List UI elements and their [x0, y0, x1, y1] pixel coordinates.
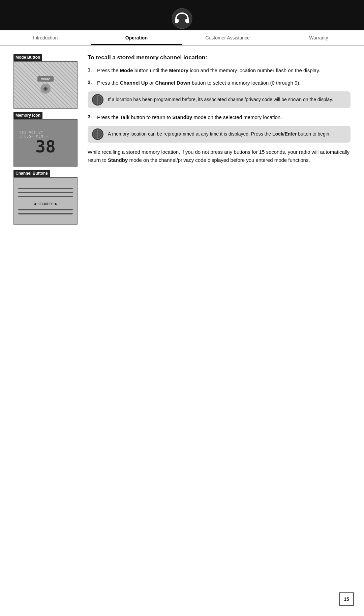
mode-button-block: Mode Button mode [13, 54, 81, 109]
info-icon-2 [92, 128, 104, 140]
mode-center-circle [40, 84, 51, 94]
memory-display-graphic: DCS VQI VT CTCSS– MEM – 38 [14, 120, 77, 166]
svg-point-2 [44, 88, 47, 90]
right-content: To recall a stored memory channel locati… [88, 54, 351, 228]
mode-button-graphic: mode [14, 62, 77, 108]
mode-button-image: mode [13, 61, 78, 109]
step-1: 1. Press the Mode button until the Memor… [88, 67, 351, 75]
callout-1-text: If a location has been programmed before… [108, 97, 333, 102]
channel-line-4 [18, 209, 73, 210]
svg-point-0 [172, 8, 192, 29]
headphone-icon [171, 8, 193, 29]
top-bar [0, 0, 364, 30]
tab-customer-assistance[interactable]: Customer Assistance [182, 30, 273, 45]
channel-line-2 [18, 192, 73, 193]
lock-enter-bold: Lock/Enter [272, 131, 297, 137]
channel-line-5 [18, 213, 73, 214]
step-3-num: 3. [88, 114, 94, 119]
memory-bold: Memory [169, 67, 188, 73]
left-arrow-icon: ◄ [33, 201, 37, 206]
callout-1: If a location has been programmed before… [88, 91, 351, 108]
channel-buttons-block: Channel Buttons ◄ channel ► [13, 170, 81, 225]
channel-up-bold: Channel Up [120, 80, 148, 86]
standby-bold-2: Standby [108, 157, 128, 163]
callout-2-text: A memory location can be reprogrammed at… [108, 131, 331, 137]
tab-warranty[interactable]: Warranty [273, 30, 364, 45]
step-3-text: Press the Talk button to return to Stand… [97, 114, 282, 121]
memory-icon-label: Memory Icon [13, 112, 42, 119]
standby-bold-1: Standby [172, 114, 192, 120]
mode-bold: Mode [120, 67, 133, 73]
step-1-text: Press the Mode button until the Memory i… [97, 67, 320, 75]
main-content: Mode Button mode Memory Icon [0, 46, 364, 248]
memory-top-row: DCS VQI VT [20, 131, 43, 135]
paragraph-text: While recalling a stored memory location… [88, 148, 351, 164]
nav-bar: Introduction Operation Customer Assistan… [0, 30, 364, 46]
channel-button-graphic: ◄ channel ► [14, 178, 77, 224]
mode-button-label: Mode Button [13, 54, 42, 61]
memory-icon-image: DCS VQI VT CTCSS– MEM – 38 [13, 119, 78, 167]
page-number: 15 [339, 592, 354, 606]
channel-line-1 [18, 188, 73, 189]
channel-down-bold: Channel Down [155, 80, 190, 86]
section-title: To recall a stored memory channel locati… [88, 54, 351, 61]
header-icon [170, 7, 194, 30]
memory-big-number: 38 [35, 138, 56, 155]
talk-bold: Talk [120, 114, 130, 120]
tab-introduction[interactable]: Introduction [0, 30, 91, 45]
channel-text: channel [38, 201, 53, 206]
right-arrow-icon: ► [54, 201, 58, 206]
tab-operation[interactable]: Operation [91, 30, 182, 45]
channel-line-3 [18, 196, 73, 197]
step-3: 3. Press the Talk button to return to St… [88, 114, 351, 121]
callout-2: A memory location can be reprogrammed at… [88, 126, 351, 143]
channel-buttons-label: Channel Buttons [13, 170, 50, 177]
channel-arrow-row: ◄ channel ► [18, 201, 73, 206]
step-2-text: Press the Channel Up or Channel Down but… [97, 79, 301, 87]
step-list: 1. Press the Mode button until the Memor… [88, 67, 351, 121]
step-1-num: 1. [88, 67, 94, 72]
info-icon-1 [92, 94, 104, 106]
channel-button-image: ◄ channel ► [13, 177, 78, 225]
step-2: 2. Press the Channel Up or Channel Down … [88, 79, 351, 87]
memory-icon-block: Memory Icon DCS VQI VT CTCSS– MEM – 38 [13, 112, 81, 167]
step-2-num: 2. [88, 79, 94, 85]
left-sidebar: Mode Button mode Memory Icon [13, 54, 81, 228]
